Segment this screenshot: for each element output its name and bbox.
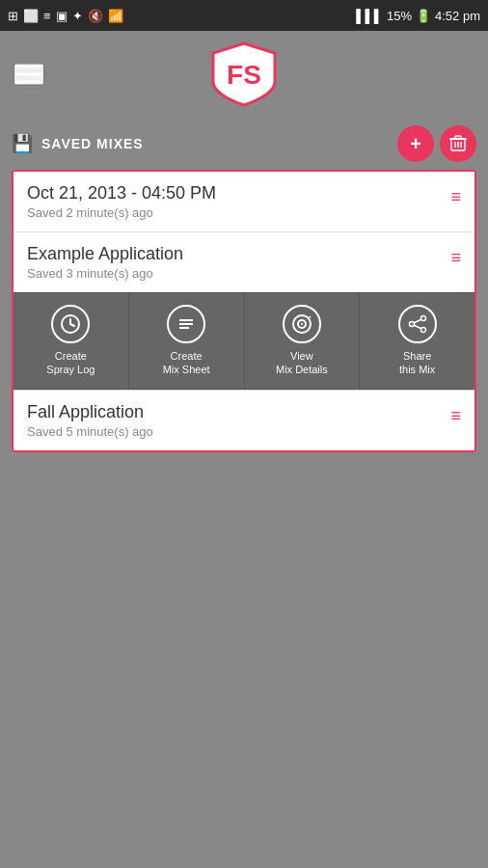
svg-point-17	[420, 316, 425, 321]
document-lines-icon	[176, 313, 197, 335]
hamburger-line-3	[15, 81, 42, 84]
mix-item-3[interactable]: Fall Application Saved 5 minute(s) ago ≡	[14, 390, 474, 450]
svg-line-20	[414, 319, 421, 323]
save-icon: 💾	[12, 133, 34, 154]
status-icon-box: ⬜	[23, 9, 39, 23]
status-icon-add: ⊞	[8, 9, 18, 23]
battery-icon: 🔋	[416, 9, 431, 23]
mix-item-2-menu-icon[interactable]: ≡	[450, 248, 461, 268]
mix-item-2-content: Example Application Saved 3 minute(s) ag…	[27, 244, 443, 281]
mix-item-1-title: Oct 21, 2013 - 04:50 PM	[27, 183, 443, 203]
svg-text:FS: FS	[227, 60, 261, 90]
mix-item-3-title: Fall Application	[27, 402, 443, 422]
add-mix-button[interactable]: +	[397, 125, 434, 162]
mix-item-3-subtitle: Saved 5 minute(s) ago	[27, 424, 443, 439]
status-icon-grid: ▣	[56, 9, 68, 23]
mix-item-3-content: Fall Application Saved 5 minute(s) ago	[27, 402, 443, 439]
hamburger-line-2	[15, 73, 42, 76]
status-icon-wifi: 📶	[108, 9, 123, 23]
action-buttons-row: Create Spray Log Create Mix Sh	[14, 292, 474, 390]
time-display: 4:52 pm	[435, 9, 480, 23]
saved-mixes-list: Oct 21, 2013 - 04:50 PM Saved 2 minute(s…	[12, 170, 476, 452]
mix-item-2[interactable]: Example Application Saved 3 minute(s) ag…	[14, 232, 474, 292]
clock-icon-circle	[51, 305, 90, 343]
clock-icon	[60, 313, 81, 335]
delete-mix-button[interactable]	[440, 125, 476, 162]
saved-mixes-header: 💾 SAVED MIXES +	[12, 118, 476, 170]
create-spray-log-label: Create Spray Log	[46, 349, 95, 377]
create-spray-log-button[interactable]: Create Spray Log	[14, 293, 129, 389]
status-bar-left: ⊞ ⬜ ≡ ▣ ✦ 🔇 📶	[8, 9, 123, 23]
mix-item-2-title: Example Application	[27, 244, 443, 264]
mix-item-3-menu-icon[interactable]: ≡	[450, 406, 461, 426]
share-this-mix-button[interactable]: Share this Mix	[360, 293, 474, 389]
mix-item-1-subtitle: Saved 2 minute(s) ago	[27, 205, 443, 220]
mix-item-1[interactable]: Oct 21, 2013 - 04:50 PM Saved 2 minute(s…	[14, 172, 474, 232]
status-icon-bars: ≡	[43, 9, 51, 23]
status-bar-right: ▌▌▌ 15% 🔋 4:52 pm	[356, 9, 480, 23]
mix-item-1-content: Oct 21, 2013 - 04:50 PM Saved 2 minute(s…	[27, 183, 443, 220]
logo-container: FS	[205, 41, 283, 107]
mix-item-1-menu-icon[interactable]: ≡	[450, 187, 461, 207]
mix-item-2-subtitle: Saved 3 minute(s) ago	[27, 266, 443, 281]
view-mix-details-label: View Mix Details	[276, 349, 328, 377]
saved-mixes-title-row: 💾 SAVED MIXES	[12, 133, 144, 154]
svg-point-18	[420, 328, 425, 333]
status-icon-sound: 🔇	[88, 9, 103, 23]
share-icon-circle	[398, 305, 437, 343]
app-logo: FS	[205, 41, 283, 107]
trash-icon	[448, 134, 468, 153]
battery-percent: 15%	[387, 9, 412, 23]
svg-point-15	[301, 323, 303, 325]
share-this-mix-label: Share this Mix	[399, 349, 435, 377]
svg-point-19	[409, 322, 414, 327]
mix-item-2-container: Example Application Saved 3 minute(s) ag…	[14, 232, 474, 390]
target-icon-circle	[283, 305, 321, 343]
create-mix-sheet-label: Create Mix Sheet	[163, 349, 210, 377]
status-icon-github: ✦	[72, 9, 83, 23]
svg-line-16	[309, 316, 311, 318]
main-content: 💾 SAVED MIXES + Oct 21, 2013 - 04:50 P	[0, 118, 488, 452]
create-mix-sheet-button[interactable]: Create Mix Sheet	[129, 293, 245, 389]
status-bar: ⊞ ⬜ ≡ ▣ ✦ 🔇 📶 ▌▌▌ 15% 🔋 4:52 pm	[0, 0, 488, 31]
svg-line-21	[414, 325, 421, 329]
header-action-buttons: +	[397, 125, 476, 162]
svg-line-9	[70, 324, 74, 326]
hamburger-line-1	[15, 66, 42, 68]
svg-rect-3	[455, 136, 461, 139]
app-header: FS	[0, 31, 488, 118]
share-icon	[407, 313, 428, 335]
saved-mixes-label: SAVED MIXES	[41, 136, 144, 151]
signal-icon: ▌▌▌	[356, 9, 383, 23]
target-icon	[291, 313, 312, 335]
lines-icon-circle	[167, 305, 205, 343]
view-mix-details-button[interactable]: View Mix Details	[245, 293, 361, 389]
hamburger-menu-button[interactable]	[14, 64, 44, 86]
